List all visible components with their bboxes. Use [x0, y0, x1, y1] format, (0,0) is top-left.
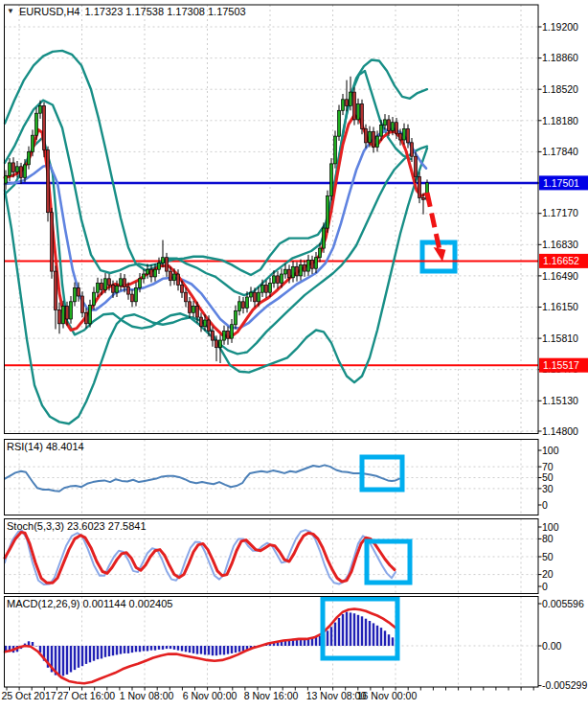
- rsi-axis-label: 50: [542, 471, 554, 483]
- time-axis: 25 Oct 201727 Oct 16:001 Nov 08:006 Nov …: [1, 687, 533, 701]
- macd-highlight-box[interactable]: [323, 599, 397, 658]
- candle-body: [177, 274, 180, 286]
- rsi-axis-label: 0: [542, 499, 548, 511]
- candle-body: [422, 197, 425, 199]
- macd-bar: [212, 646, 214, 655]
- macd-bar: [85, 646, 87, 664]
- candle-body: [277, 276, 280, 284]
- candle-body: [189, 302, 192, 313]
- candle-body: [127, 286, 130, 294]
- macd-bar: [124, 646, 125, 653]
- candle-body: [208, 320, 211, 332]
- candle-body: [315, 258, 318, 269]
- time-axis-label: 6 Nov 00:00: [183, 690, 237, 701]
- rsi-axis-label: 30: [542, 483, 554, 494]
- candle-body: [39, 106, 42, 114]
- macd-bar: [154, 646, 156, 651]
- svg-text:1.17501: 1.17501: [543, 177, 579, 189]
- candle-body: [78, 287, 80, 296]
- candle-body: [231, 325, 234, 338]
- candle-body: [66, 307, 69, 319]
- candle-body: [292, 266, 295, 278]
- macd-bar: [101, 646, 102, 658]
- candle-body: [35, 113, 38, 135]
- macd-bar: [62, 646, 64, 676]
- candle-body: [242, 302, 245, 309]
- macd-bar: [89, 646, 91, 662]
- macd-bar: [334, 623, 336, 646]
- macd-bar: [104, 646, 106, 657]
- macd-axis-label: 0.005596: [542, 598, 584, 609]
- svg-text:1.15517: 1.15517: [543, 359, 579, 371]
- candle-body: [12, 163, 15, 172]
- time-axis-label: 16 Nov 00:00: [357, 690, 418, 701]
- rsi-axis-label: 70: [542, 461, 554, 472]
- ohlc-readout: 1.17323 1.17538 1.17308 1.17503: [85, 6, 246, 17]
- candle-body: [139, 279, 142, 288]
- candle-body: [281, 274, 283, 284]
- candle-body: [342, 100, 345, 111]
- price-axis-label: 1.16830: [542, 239, 578, 250]
- price-axis-label: 1.17170: [542, 207, 578, 218]
- candle-body: [55, 271, 57, 309]
- candle-body: [24, 165, 27, 177]
- macd-bar: [150, 646, 152, 651]
- macd-bar: [327, 630, 328, 646]
- candle-body: [154, 269, 157, 277]
- macd-bar: [74, 646, 76, 670]
- time-axis-label: 25 Oct 2017: [1, 690, 56, 701]
- candle-body: [212, 332, 215, 341]
- candle-body: [112, 286, 115, 293]
- candle-body: [135, 287, 138, 301]
- price-axis-label: 1.19200: [542, 21, 578, 33]
- candle-body: [200, 317, 203, 327]
- candle-body: [407, 129, 410, 143]
- candle-body: [311, 261, 314, 269]
- candle-body: [181, 286, 184, 293]
- macd-bar: [392, 637, 394, 646]
- macd-bar: [384, 630, 386, 646]
- candle-body: [204, 320, 207, 327]
- candle-body: [173, 274, 176, 281]
- macd-bar: [112, 646, 114, 655]
- candle-body: [58, 309, 61, 323]
- arrow-head-icon: [434, 247, 446, 262]
- macd-bar: [350, 612, 351, 646]
- macd-bar: [131, 646, 133, 653]
- macd-indicator-label: MACD(12,26,9) 0.001144 0.002405: [7, 598, 172, 609]
- candle-body: [131, 294, 134, 302]
- macd-bar: [127, 646, 129, 653]
- candle-body: [81, 296, 84, 312]
- macd-bar: [380, 628, 382, 646]
- candle-body: [116, 286, 119, 293]
- candle-body: [396, 123, 398, 134]
- candle-body: [399, 133, 402, 140]
- rsi-indicator-label: RSI(14) 48.4014: [7, 441, 84, 452]
- macd-bar: [192, 646, 194, 653]
- candle-body: [235, 310, 237, 324]
- candle-body: [353, 92, 356, 120]
- time-axis-label: 27 Oct 16:00: [57, 690, 115, 701]
- macd-bar: [365, 619, 367, 646]
- price-axis-label: 1.17840: [542, 146, 578, 157]
- price-axis-label: 1.18860: [542, 52, 578, 63]
- collapse-chart-icon[interactable]: ▼: [7, 8, 14, 15]
- macd-bar: [120, 646, 122, 654]
- stoch-title: Stoch(5,3,3) 23.6023 27.5841: [7, 520, 147, 532]
- macd-bar: [185, 646, 187, 652]
- candle-body: [250, 292, 253, 297]
- macd-bar: [135, 646, 137, 652]
- macd-bar: [177, 646, 179, 651]
- macd-bar: [223, 646, 225, 654]
- candle-body: [192, 307, 195, 313]
- candle-body: [16, 167, 19, 172]
- macd-bar: [215, 646, 217, 655]
- trading-terminal-chart: { "window": { "collapse_icon": "▼", "sym…: [0, 0, 588, 710]
- candle-body: [261, 286, 264, 293]
- candle-body: [411, 143, 414, 156]
- candle-body: [369, 131, 372, 143]
- rsi-highlight-box[interactable]: [362, 457, 402, 490]
- candle-body: [365, 129, 368, 143]
- macd-bar: [388, 634, 390, 646]
- macd-bar: [66, 646, 68, 675]
